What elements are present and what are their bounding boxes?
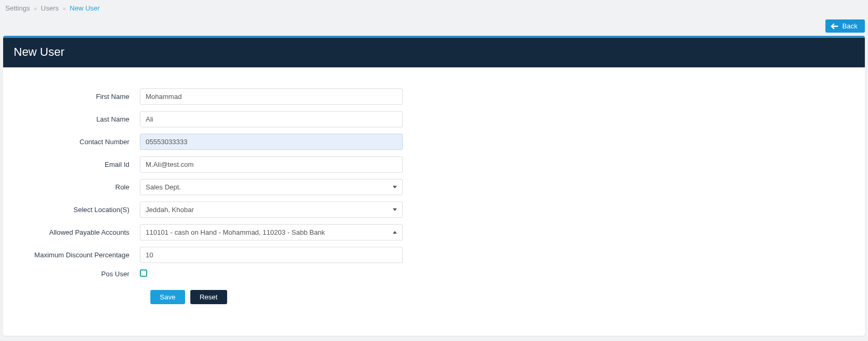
reset-button[interactable]: Reset [190,290,227,304]
last-name-label: Last Name [24,115,140,123]
email-input[interactable] [140,156,403,173]
caret-up-icon [393,231,397,234]
caret-down-icon [393,208,397,211]
new-user-panel: New User First Name Last Name Contact Nu… [3,36,865,336]
contact-number-input[interactable] [140,134,403,150]
first-name-label: First Name [24,93,140,101]
max-discount-input[interactable] [140,247,403,263]
contact-number-label: Contact Number [24,138,140,146]
arrow-left-icon [831,23,838,29]
first-name-input[interactable] [140,88,403,105]
email-label: Email Id [24,161,140,168]
accounts-select-value: 110101 - cash on Hand - Mohammad, 110203… [146,228,325,236]
breadcrumb-new-user[interactable]: New User [70,4,100,12]
chevron-right-icon: » [34,6,37,12]
save-button[interactable]: Save [150,290,185,304]
accounts-label: Allowed Payable Accounts [24,228,140,236]
role-select[interactable]: Sales Dept. [140,179,403,195]
chevron-right-icon: » [63,6,66,12]
breadcrumb-users[interactable]: Users [41,4,59,12]
accounts-select[interactable]: 110101 - cash on Hand - Mohammad, 110203… [140,224,403,240]
panel-title: New User [3,38,865,67]
back-button-label: Back [842,22,857,30]
breadcrumb: Settings » Users » New User [0,0,868,17]
breadcrumb-settings[interactable]: Settings [5,4,30,12]
role-label: Role [24,183,140,191]
last-name-input[interactable] [140,111,403,127]
locations-select[interactable]: Jeddah, Khobar [140,202,403,218]
pos-user-checkbox[interactable] [140,269,147,277]
caret-down-icon [393,186,397,188]
locations-label: Select Location(S) [24,206,140,214]
back-button[interactable]: Back [825,19,865,33]
max-discount-label: Maximum Discount Percentage [24,251,140,259]
locations-select-value: Jeddah, Khobar [146,206,194,214]
role-select-value: Sales Dept. [146,183,181,191]
pos-user-label: Pos User [24,270,140,278]
